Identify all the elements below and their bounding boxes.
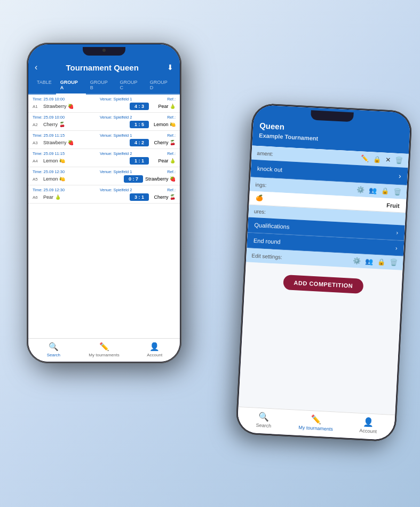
- match-meta-0: Time: 25.09 10:00 Venue: Spielfeld 1 Ref…: [33, 97, 176, 102]
- back-phone-content: ament: ✏️ 🔒 ✕ 🗑️ knock out › ings: ⚙️ 👥: [239, 146, 409, 415]
- match-row-a6[interactable]: Time: 25.09 12:30 Venue: Spielfeld 2 Ref…: [28, 185, 180, 204]
- competition-name-label: 🍊: [256, 194, 264, 202]
- side-button-right: [408, 175, 411, 202]
- back-account-icon: 👤: [363, 417, 374, 427]
- tab-table[interactable]: TABLE: [33, 76, 56, 93]
- match-time-3: Time: 25.09 11:15: [33, 151, 65, 156]
- back-nav-account[interactable]: 👤 Account: [342, 416, 394, 435]
- tournament-edit-icons: ✏️ 🔒 ✕ 🗑️: [361, 154, 403, 164]
- front-back-arrow[interactable]: ‹: [35, 63, 37, 72]
- end-round-chevron: ›: [395, 245, 398, 251]
- match-meta-4: Time: 25.09 12:30 Venue: Spielfeld 1 Ref…: [33, 169, 176, 174]
- match-teams-5: A6 Pear 🍐 3 : 1 Cherry 🍒: [33, 193, 176, 201]
- match-ref-label-0: Ref.:: [167, 97, 176, 102]
- match-venue-2: Venue: Spielfeld 1: [100, 133, 132, 138]
- back-header-title: Queen: [259, 121, 285, 131]
- match-venue-5: Venue: Spielfeld 2: [100, 188, 132, 192]
- back-search-icon: 🔍: [258, 411, 270, 422]
- front-phone: ‹ Tournament Queen ⬇ TABLE GROUP A GROUP…: [27, 43, 181, 363]
- front-download-icon[interactable]: ⬇: [167, 63, 173, 72]
- back-nav-my-tournaments[interactable]: ✏️ My tournaments: [290, 413, 343, 432]
- ref-name-4: Strawberry 🍓: [143, 176, 176, 182]
- score-5: 3 : 1: [130, 193, 149, 201]
- match-ref-label-3: Ref.:: [167, 151, 176, 156]
- tab-group-a[interactable]: GROUP A: [56, 76, 86, 93]
- match-meta-1: Time: 25.09 10:00 Venue: Spielfeld 2 Ref…: [33, 115, 176, 120]
- settings2-people-icon[interactable]: 👥: [365, 258, 374, 266]
- match-ref-label-5: Ref.:: [167, 188, 176, 192]
- match-time-0: Time: 25.09 10:00: [33, 97, 65, 102]
- team1-5: Pear 🍐: [43, 194, 130, 200]
- front-phone-screen: ‹ Tournament Queen ⬇ TABLE GROUP A GROUP…: [28, 44, 180, 362]
- settings2-delete-icon[interactable]: 🗑️: [390, 259, 398, 267]
- settings-lock-icon[interactable]: 🔒: [381, 187, 390, 195]
- close-icon[interactable]: ✕: [385, 156, 391, 164]
- team1-0: Strawberry 🍓: [43, 104, 130, 109]
- front-mytournaments-label: My tournaments: [89, 353, 119, 357]
- settings-1-icons: ⚙️ 👥 🔒 🗑️: [356, 186, 402, 196]
- team1-4: Lemon 🍋: [43, 176, 124, 182]
- ref-name-2: Cherry 🍒: [149, 140, 176, 145]
- settings-people-icon[interactable]: 👥: [369, 186, 377, 194]
- front-search-label: Search: [47, 353, 60, 357]
- tab-group-d[interactable]: GROUP D: [146, 76, 176, 93]
- qualifications-label: Qualifications: [254, 222, 290, 230]
- match-teams-4: A5 Lemon 🍋 0 : 7 Strawberry 🍓: [33, 175, 176, 183]
- team1-1: Cherry 🍒: [43, 122, 130, 127]
- delete-icon[interactable]: 🗑️: [395, 157, 403, 165]
- add-competition-button[interactable]: ADD COMPETITION: [283, 275, 364, 294]
- back-nav-search[interactable]: 🔍 Search: [237, 410, 290, 430]
- match-venue-3: Venue: Spielfeld 2: [100, 151, 132, 156]
- back-phone: Queen Example Tournament ament: ✏️ 🔒 ✕ 🗑…: [235, 103, 413, 442]
- back-search-label: Search: [256, 423, 271, 428]
- settings-gear-icon[interactable]: ⚙️: [356, 186, 365, 194]
- front-nav-search[interactable]: 🔍 Search: [28, 342, 79, 357]
- settings2-lock-icon[interactable]: 🔒: [377, 258, 386, 266]
- match-ref-label-1: Ref.:: [167, 115, 176, 120]
- competition-name: Fruit: [386, 201, 400, 208]
- match-time-2: Time: 25.09 11:15: [33, 133, 65, 138]
- team1-3: Lemon 🍋: [43, 158, 130, 163]
- back-mytournaments-icon: ✏️: [311, 414, 322, 425]
- edit-icon[interactable]: ✏️: [361, 154, 369, 162]
- tournament-label: ament:: [257, 150, 273, 157]
- match-teams-0: A1 Strawberry 🍓 4 : 3 Pear 🍐: [33, 103, 176, 110]
- match-venue-4: Venue: Spielfeld 1: [100, 169, 132, 174]
- match-ref-label-2: Ref.:: [167, 133, 176, 138]
- front-tabs: TABLE GROUP A GROUP B GROUP C GROUP D: [28, 76, 180, 95]
- side-button-left-1: [248, 156, 250, 172]
- front-search-icon: 🔍: [49, 342, 59, 352]
- add-competition-container: ADD COMPETITION: [244, 272, 402, 295]
- venues-label: ures:: [254, 208, 266, 215]
- front-bottom-nav: 🔍 Search ✏️ My tournaments 👤 Account: [28, 338, 180, 362]
- matches-list: Time: 25.09 10:00 Venue: Spielfeld 1 Ref…: [28, 95, 180, 338]
- score-3: 1 : 1: [130, 157, 149, 165]
- settings-2-icons: ⚙️ 👥 🔒 🗑️: [353, 257, 398, 267]
- front-account-label: Account: [147, 353, 162, 357]
- match-id-5: A6: [33, 195, 41, 200]
- match-row-a3[interactable]: Time: 25.09 11:15 Venue: Spielfeld 1 Ref…: [28, 131, 180, 149]
- match-id-1: A2: [33, 122, 41, 127]
- tab-group-b[interactable]: GROUP B: [86, 76, 116, 93]
- ref-name-1: Lemon 🍋: [149, 122, 176, 127]
- front-header-top: ‹ Tournament Queen ⬇: [28, 59, 180, 74]
- camera-dot: [102, 49, 106, 52]
- knockout-label: knock out: [257, 165, 283, 173]
- front-nav-my-tournaments[interactable]: ✏️ My tournaments: [79, 342, 130, 357]
- match-row-a2[interactable]: Time: 25.09 10:00 Venue: Spielfeld 2 Ref…: [28, 113, 180, 131]
- team1-2: Strawberry 🍓: [43, 140, 130, 145]
- match-venue-0: Venue: Spielfeld 1: [100, 97, 132, 102]
- front-account-icon: 👤: [149, 342, 160, 352]
- settings-delete-icon[interactable]: 🗑️: [393, 188, 402, 196]
- settings2-gear-icon[interactable]: ⚙️: [353, 257, 361, 265]
- front-nav-account[interactable]: 👤 Account: [129, 342, 180, 357]
- lock-icon[interactable]: 🔒: [373, 155, 382, 163]
- settings-2-label: Edit settings:: [251, 252, 282, 260]
- tab-group-c[interactable]: GROUP C: [116, 76, 146, 93]
- score-0: 4 : 3: [130, 103, 149, 110]
- match-row-a4[interactable]: Time: 25.09 11:15 Venue: Spielfeld 2 Ref…: [28, 149, 180, 167]
- match-row-a1[interactable]: Time: 25.09 10:00 Venue: Spielfeld 1 Ref…: [28, 95, 180, 113]
- match-venue-1: Venue: Spielfeld 2: [100, 115, 132, 120]
- match-id-0: A1: [33, 104, 41, 109]
- match-row-a5[interactable]: Time: 25.09 12:30 Venue: Spielfeld 1 Ref…: [28, 167, 180, 185]
